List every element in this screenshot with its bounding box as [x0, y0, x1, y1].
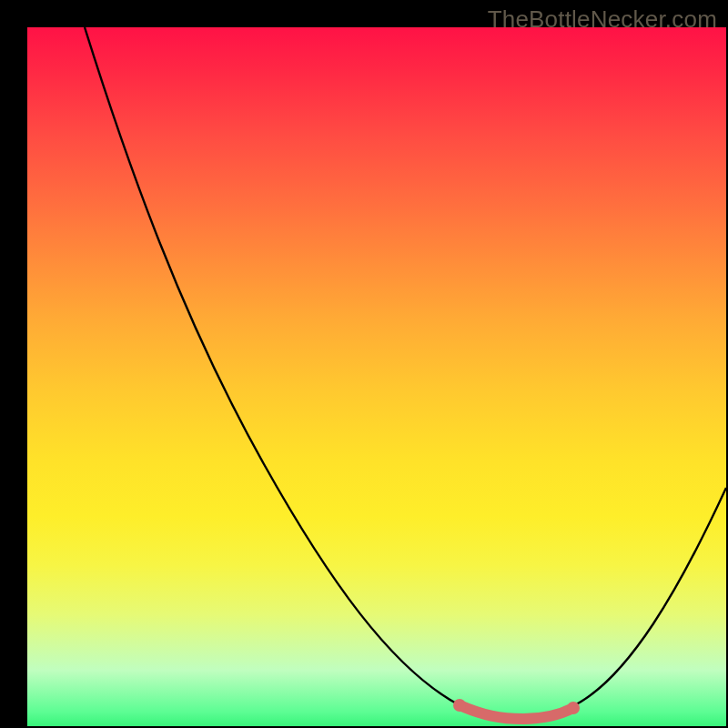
- highlight-start-dot: [453, 699, 466, 712]
- highlight-segment: [460, 705, 573, 719]
- main-curve: [85, 27, 726, 716]
- chart-root: TheBottleNecker.com: [0, 0, 728, 728]
- plot-area: [27, 27, 726, 726]
- watermark-text: TheBottleNecker.com: [488, 5, 717, 34]
- highlight-end-dot: [567, 702, 580, 714]
- curve-overlay: [27, 27, 726, 726]
